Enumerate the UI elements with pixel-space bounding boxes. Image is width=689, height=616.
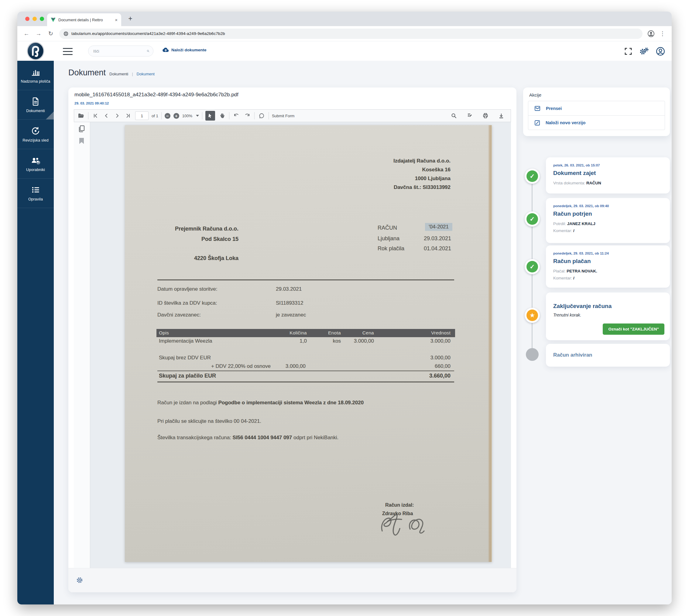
invoice-place-label: Ljubljana [378, 236, 400, 242]
step-date: petek, 26. 03. 2021, ob 15:07 [553, 163, 663, 167]
annotate-icon[interactable] [466, 112, 474, 120]
step-date: ponedeljek, 29. 03. 2021, ob 09:40 [553, 204, 663, 208]
browser-toolbar: ← → ↻ tabularium.eu/app/documents/docume… [17, 26, 672, 41]
tasks-list-icon [31, 185, 40, 194]
upload-documents-button[interactable]: Naloži dokumente [163, 47, 207, 52]
back-icon[interactable]: ← [23, 30, 30, 37]
users-icon [31, 156, 40, 165]
pdf-search-icon[interactable] [450, 112, 458, 120]
step-field-label: Vrsta dokumenta: [553, 181, 585, 185]
invoice-line-qty: 1,0 [300, 338, 307, 344]
invoice-vat-amount: 660,00 [435, 363, 451, 369]
invoice-detail-value: SI11893312 [276, 300, 303, 306]
browser-tab-bar: Document details | Rettro × + [17, 12, 672, 26]
step-date: ponedeljek, 29. 03. 2021, ob 11:24 [553, 251, 663, 255]
zoom-out-icon[interactable]: − [165, 113, 170, 119]
pdf-viewer: Izdajatelj Računa d.o.o. Koseška 16 1000… [74, 122, 511, 568]
upload-new-version-action[interactable]: Naloži novo verzijo [528, 115, 665, 130]
browser-window: Document details | Rettro × + ← → ↻ tabu… [17, 12, 672, 604]
current-step-note: Trenutni korak. [553, 312, 663, 317]
invoice-recipient-street: Pod Skalco 15 [175, 234, 238, 244]
vue-favicon [51, 18, 56, 22]
settings-gears-icon[interactable] [640, 47, 649, 55]
pdf-side-strip [74, 122, 90, 568]
invoice-due-label: Rok plačila [378, 245, 404, 252]
invoice-note-reference: Pri plačilu se sklicujte na številko 00 … [157, 418, 261, 424]
invoice-detail-value: je zavezanec [276, 312, 306, 318]
new-tab-button[interactable]: + [126, 15, 135, 23]
invoice-number-label: RAČUN [378, 225, 397, 231]
comment-icon[interactable] [258, 112, 265, 120]
submit-form-label[interactable]: Submit Form [272, 114, 294, 118]
sidebar-item-documents[interactable]: Dokumenti [17, 90, 54, 120]
sidebar-item-tasks[interactable]: Opravila [17, 179, 54, 208]
browser-tab[interactable]: Document details | Rettro × [47, 13, 121, 26]
first-page-icon[interactable] [91, 112, 99, 120]
download-action[interactable]: Prensei [528, 101, 665, 115]
invoice-detail-label: Datum opravljene storitve: [157, 286, 217, 292]
new-version-icon [534, 120, 540, 126]
invoice-total-label: Skupaj za plačilo EUR [159, 373, 216, 379]
fullscreen-icon[interactable] [624, 47, 632, 55]
minimize-window-button[interactable] [33, 17, 37, 21]
sidebar-item-dashboard[interactable]: Nadzorna plošča [17, 61, 54, 90]
reload-icon[interactable]: ↻ [47, 30, 55, 37]
search-icon[interactable] [147, 48, 149, 54]
breadcrumb-current[interactable]: Dokument [137, 72, 155, 76]
main-content: Dokument Dokumenti | Dokument mobile_161… [54, 61, 672, 604]
search-input[interactable] [93, 49, 147, 53]
zoom-dropdown-caret[interactable] [196, 115, 199, 117]
invoice-detail-label: Davčni zavezanec: [157, 312, 201, 318]
browser-profile-icon[interactable] [647, 30, 655, 37]
hand-tool-icon[interactable] [218, 112, 226, 120]
search-box [88, 46, 153, 57]
sidebar-item-audit-trail[interactable]: Revizijska sled [17, 120, 54, 149]
close-window-button[interactable] [25, 17, 29, 21]
invoice-vat-base: 3.000,00 [285, 363, 306, 369]
last-page-icon[interactable] [124, 112, 132, 120]
previous-page-icon[interactable] [102, 112, 110, 120]
step-title: Račun plačan [553, 258, 663, 265]
tab-close-icon[interactable]: × [115, 17, 117, 22]
account-icon[interactable] [656, 47, 665, 56]
upload-documents-label: Naloži dokumente [171, 48, 207, 52]
print-icon[interactable] [481, 112, 489, 120]
invoice-due-value: 01.04.2021 [424, 245, 451, 252]
zoom-level[interactable]: 100% [182, 114, 192, 118]
sidebar-item-label: Uporabniki [26, 168, 45, 172]
thumbnails-icon[interactable] [78, 125, 85, 134]
undo-icon[interactable] [232, 112, 240, 120]
menu-toggle-icon[interactable] [63, 48, 72, 57]
mark-closed-button[interactable]: Označi kot "ZAKLJUČEN" [603, 324, 664, 335]
browser-menu-icon[interactable]: ⋮ [659, 30, 666, 37]
upload-new-version-label: Naloži novo verzijo [545, 120, 585, 125]
next-page-icon[interactable] [113, 112, 121, 120]
step-title: Zaključevanje računa [553, 303, 663, 309]
breadcrumb-parent[interactable]: Dokumenti [109, 72, 128, 76]
document-settings-gear-icon[interactable] [76, 577, 83, 584]
maximize-window-button[interactable] [40, 17, 44, 21]
open-file-icon[interactable] [77, 112, 85, 120]
redo-icon[interactable] [243, 112, 251, 120]
download-icon[interactable] [497, 112, 505, 120]
invoice-subtotal-value: 3.000,00 [430, 355, 451, 361]
tabularium-logo [26, 42, 45, 60]
invoice-issuer-vat: Davčna št.: SI33013992 [393, 183, 451, 192]
invoice-detail-value: 29.03.2021 [276, 286, 302, 292]
forward-icon[interactable]: → [35, 30, 42, 37]
zoom-in-icon[interactable]: + [173, 113, 179, 119]
breadcrumb: Dokument Dokumenti | Dokument [68, 68, 155, 78]
page-number-input[interactable] [135, 111, 149, 120]
bookmarks-icon[interactable] [79, 138, 84, 144]
app-header: Naloži dokumente [17, 41, 672, 61]
select-tool-button[interactable] [206, 111, 215, 120]
document-card-footer [68, 568, 516, 592]
timeline-step-captured: petek, 26. 03. 2021, ob 15:07 Dokument z… [546, 157, 670, 194]
invoice-date-value: 29.03.2021 [424, 236, 451, 242]
address-bar[interactable]: tabularium.eu/app/documents/document/a42… [59, 28, 643, 39]
invoice-number-value: '04-2021 [425, 223, 452, 231]
invoice-total-value: 3.660,00 [429, 373, 451, 379]
sidebar-item-users[interactable]: Uporabniki [17, 149, 54, 179]
invoice-line-description: Implementacija Weezla [159, 338, 212, 344]
invoice-recipient-city: 4220 Škofja Loka [175, 253, 238, 263]
